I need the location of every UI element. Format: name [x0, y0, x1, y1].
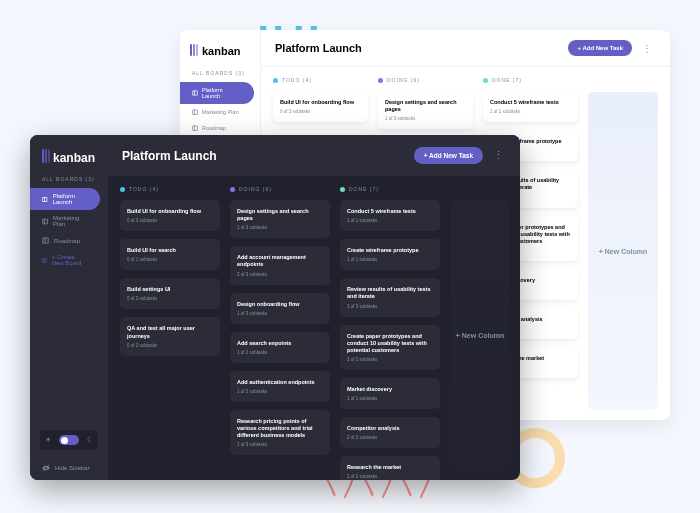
board-icon — [42, 237, 49, 244]
board-icon — [192, 90, 198, 96]
sidebar-item[interactable]: Marketing Plan — [180, 104, 254, 120]
board-icon — [192, 125, 198, 131]
task-title: Build settings UI — [127, 286, 213, 293]
status-dot-icon — [230, 187, 235, 192]
task-title: Research the market — [347, 464, 433, 471]
sidebar: kanban ALL BOARDS (3) Platform LaunchMar… — [30, 135, 108, 480]
task-title: Conduct 5 wireframe tests — [490, 99, 571, 106]
new-column-button[interactable]: + New Column — [588, 92, 658, 410]
sidebar-item-label: Marketing Plan — [202, 109, 239, 115]
status-dot-icon — [273, 78, 278, 83]
board: TODO (4)Build UI for onboarding flow0 of… — [108, 176, 520, 480]
task-card[interactable]: Build settings UI0 of 2 subtasks — [120, 278, 220, 309]
eye-off-icon — [42, 464, 50, 472]
all-boards-label: ALL BOARDS (3) — [180, 70, 260, 82]
board-icon — [42, 257, 47, 264]
task-card[interactable]: Market discovery1 of 1 subtasks — [340, 378, 440, 409]
all-boards-label: ALL BOARDS (3) — [30, 176, 108, 188]
task-title: Add account management endpoints — [237, 254, 323, 268]
status-dot-icon — [120, 187, 125, 192]
task-card[interactable]: Add authentication endpoints1 of 2 subta… — [230, 371, 330, 402]
task-subtasks: 1 of 2 subtasks — [237, 389, 323, 394]
column: TODO (4)Build UI for onboarding flow0 of… — [120, 186, 220, 470]
sidebar-item-label: Platform Launch — [202, 87, 242, 99]
dark-window: kanban ALL BOARDS (3) Platform LaunchMar… — [30, 135, 520, 480]
sidebar-item[interactable]: Platform Launch — [30, 188, 100, 210]
column: DONE (7)Conduct 5 wireframe tests1 of 1 … — [340, 186, 440, 470]
task-card[interactable]: Review results of usability tests and it… — [340, 278, 440, 316]
add-task-button[interactable]: + Add New Task — [568, 40, 632, 56]
kebab-menu-icon[interactable]: ⋮ — [638, 43, 656, 54]
task-card[interactable]: Design onboarding flow1 of 3 subtasks — [230, 293, 330, 324]
column-name: DONE (7) — [349, 186, 379, 192]
logo-bars-icon — [42, 149, 50, 166]
task-card[interactable]: Add search enpoints1 of 2 subtasks — [230, 332, 330, 363]
new-column-button[interactable]: + New Column — [450, 201, 510, 470]
logo-bars-icon — [190, 44, 199, 58]
toggle-switch[interactable] — [59, 435, 79, 445]
status-dot-icon — [483, 78, 488, 83]
task-card[interactable]: Competitor analysis2 of 2 subtasks — [340, 417, 440, 448]
task-subtasks: 3 of 3 subtasks — [347, 304, 433, 309]
sidebar-item-label: Roadmap — [202, 125, 226, 131]
sidebar-item[interactable]: + Create New Board — [30, 249, 100, 271]
sidebar-item-label: Platform Launch — [53, 193, 88, 205]
task-subtasks: 1 of 3 subtasks — [237, 311, 323, 316]
brand-name: kanban — [53, 151, 95, 165]
board-icon — [42, 218, 48, 225]
task-card[interactable]: Research the market2 of 2 subtasks — [340, 456, 440, 480]
task-subtasks: 2 of 2 subtasks — [347, 474, 433, 479]
task-title: Market discovery — [347, 386, 433, 393]
column-header: TODO (4) — [120, 186, 220, 192]
task-subtasks: 1 of 1 subtasks — [347, 218, 433, 223]
sidebar-item-label: Marketing Plan — [53, 215, 88, 227]
sun-icon: ☀ — [45, 436, 51, 444]
logo: kanban — [180, 44, 260, 70]
board-icon — [192, 109, 198, 115]
task-title: Design settings and search pages — [237, 208, 323, 222]
status-dot-icon — [378, 78, 383, 83]
task-title: Build UI for onboarding flow — [127, 208, 213, 215]
theme-toggle[interactable]: ☀ ☾ — [40, 430, 98, 450]
add-task-button[interactable]: + Add New Task — [414, 147, 483, 164]
main: Platform Launch + Add New Task ⋮ TODO (4… — [108, 135, 520, 480]
task-title: Design settings and search pages — [385, 99, 466, 113]
sidebar-item[interactable]: Roadmap — [30, 232, 100, 249]
logo: kanban — [30, 135, 108, 176]
kebab-menu-icon[interactable]: ⋮ — [489, 149, 508, 162]
sidebar-item-label: Roadmap — [54, 238, 80, 244]
board-icon — [42, 196, 48, 203]
task-card[interactable]: Design settings and search pages1 of 3 s… — [230, 200, 330, 238]
task-subtasks: 1 of 3 subtasks — [385, 116, 466, 121]
task-title: Design onboarding flow — [237, 301, 323, 308]
sidebar-item-label: + Create New Board — [52, 254, 88, 266]
brand-name: kanban — [202, 45, 241, 57]
task-card[interactable]: Add account management endpoints2 of 3 s… — [230, 246, 330, 284]
sidebar-item[interactable]: Platform Launch — [180, 82, 254, 104]
task-card[interactable]: Conduct 5 wireframe tests1 of 1 subtasks — [340, 200, 440, 231]
task-card[interactable]: Create paper prototypes and conduct 10 u… — [340, 325, 440, 370]
sidebar-item[interactable]: Marketing Plan — [30, 210, 100, 232]
task-subtasks: 0 of 3 subtasks — [127, 218, 213, 223]
task-card[interactable]: Research pricing points of various compe… — [230, 410, 330, 455]
hide-sidebar-button[interactable]: Hide Sidebar — [30, 456, 108, 480]
task-card[interactable]: QA and test all major user journeys0 of … — [120, 317, 220, 355]
column-header: DOING (6) — [230, 186, 330, 192]
task-subtasks: 2 of 2 subtasks — [347, 357, 433, 362]
task-card[interactable]: Conduct 5 wireframe tests1 of 1 subtasks — [483, 91, 578, 122]
task-subtasks: 0 of 2 subtasks — [127, 296, 213, 301]
task-card[interactable]: Build UI for onboarding flow0 of 3 subta… — [273, 91, 368, 122]
task-title: Competitor analysis — [347, 425, 433, 432]
column-header: DONE (7) — [483, 77, 578, 83]
column-name: TODO (4) — [129, 186, 159, 192]
sidebar-item[interactable]: Roadmap — [180, 120, 254, 136]
task-card[interactable]: Create wireframe prototype1 of 1 subtask… — [340, 239, 440, 270]
column-header: TODO (4) — [273, 77, 368, 83]
task-card[interactable]: Build UI for search0 of 1 subtasks — [120, 239, 220, 270]
task-card[interactable]: Design settings and search pages1 of 3 s… — [378, 91, 473, 129]
task-card[interactable]: Build UI for onboarding flow0 of 3 subta… — [120, 200, 220, 231]
task-title: Create paper prototypes and conduct 10 u… — [347, 333, 433, 354]
task-subtasks: 1 of 1 subtasks — [490, 109, 571, 114]
moon-icon: ☾ — [87, 436, 93, 444]
page-title: Platform Launch — [275, 42, 362, 54]
